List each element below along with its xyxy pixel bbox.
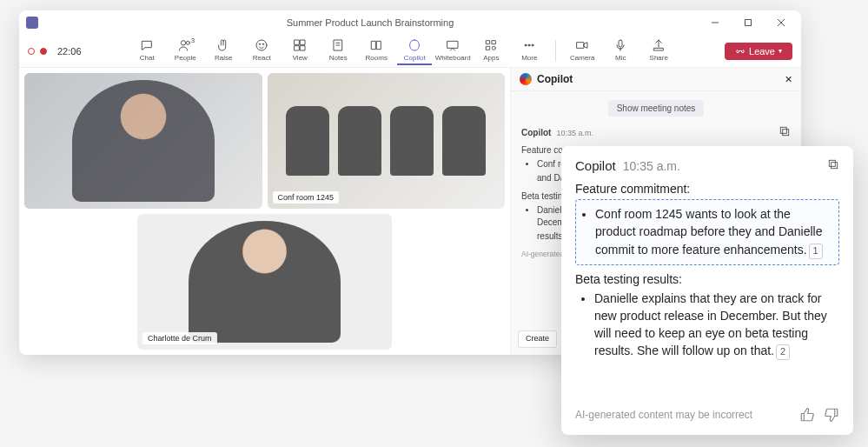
whiteboard-button[interactable]: Whiteboard [435, 37, 470, 65]
copilot-message-popup: Copilot 10:35 a.m. Feature commitment: C… [561, 146, 853, 435]
recording-timer: 22:06 [57, 46, 82, 57]
svg-rect-23 [487, 46, 490, 50]
apps-icon [484, 38, 498, 52]
copilot-icon [407, 38, 421, 52]
svg-point-4 [182, 41, 186, 45]
svg-point-26 [528, 44, 530, 46]
svg-rect-31 [780, 127, 786, 133]
more-button[interactable]: More [512, 37, 547, 65]
video-grid: Conf room 1245 Charlotte de Crum [19, 68, 510, 355]
chevron-down-icon: ▾ [779, 47, 782, 55]
video-tile-participant[interactable] [24, 73, 262, 209]
meeting-toolbar: 22:06 Chat 3 People Raise React View [19, 35, 801, 68]
minimize-button[interactable] [702, 13, 728, 32]
svg-point-7 [260, 43, 261, 44]
svg-rect-9 [295, 40, 299, 44]
chat-icon [140, 38, 154, 52]
message-time: 10:35 a.m. [623, 159, 680, 173]
copy-icon[interactable] [827, 158, 839, 173]
notes-button[interactable]: Notes [321, 37, 355, 65]
close-button[interactable] [768, 13, 794, 32]
svg-rect-21 [487, 41, 490, 44]
chat-button[interactable]: Chat [129, 37, 164, 65]
raise-hand-icon [216, 38, 230, 52]
svg-rect-1 [745, 20, 752, 26]
mic-button[interactable]: Mic [603, 37, 638, 65]
svg-rect-18 [447, 41, 458, 48]
tile-label: Charlotte de Crum [142, 332, 217, 344]
svg-rect-16 [372, 41, 376, 49]
svg-rect-30 [783, 130, 789, 136]
video-tile-room[interactable]: Conf room 1245 [268, 73, 506, 209]
group-placeholder [286, 106, 486, 176]
leave-button[interactable]: Leave ▾ [725, 43, 792, 60]
svg-rect-11 [295, 46, 299, 50]
highlighted-list: Conf room 1245 wants to look at the prod… [575, 199, 839, 265]
copilot-header: Copilot ✕ [511, 68, 801, 91]
more-icon [522, 38, 536, 52]
svg-point-5 [187, 41, 190, 44]
notes-icon [331, 38, 345, 52]
copilot-button[interactable]: Copilot [397, 37, 432, 65]
share-button[interactable]: Share [641, 37, 676, 65]
show-meeting-notes-button[interactable]: Show meeting notes [608, 100, 705, 117]
titlebar: Summer Product Launch Brainstorming [19, 10, 801, 35]
video-tile-participant-2[interactable]: Charlotte de Crum [137, 214, 392, 350]
person-placeholder [189, 221, 341, 343]
create-button[interactable]: Create [518, 330, 557, 348]
react-icon [255, 38, 268, 52]
window-title: Summer Product Launch Brainstorming [45, 17, 695, 28]
svg-point-25 [525, 44, 527, 46]
ref-badge[interactable]: 1 [809, 244, 823, 259]
svg-point-24 [493, 46, 496, 50]
svg-point-6 [256, 40, 267, 50]
record-dot-icon [40, 48, 47, 55]
people-icon: 3 [178, 38, 192, 52]
ref-badge[interactable]: 2 [776, 344, 790, 360]
leave-label: Leave [749, 46, 775, 57]
copilot-logo-icon [520, 73, 532, 85]
svg-rect-17 [377, 41, 381, 49]
people-button[interactable]: 3 People [168, 37, 202, 65]
person-placeholder [72, 80, 215, 202]
view-button[interactable]: View [282, 37, 317, 65]
close-icon[interactable]: ✕ [785, 74, 792, 85]
teams-app-icon [26, 17, 38, 29]
apps-button[interactable]: Apps [474, 37, 508, 65]
list: Danielle explains that they are on track… [575, 290, 839, 361]
raise-button[interactable]: Raise [206, 37, 241, 65]
view-icon [293, 38, 307, 52]
message-time: 10:35 a.m. [556, 128, 593, 139]
svg-point-27 [532, 44, 533, 46]
list-item: Danielle explains that they are on track… [594, 291, 827, 358]
rooms-button[interactable]: Rooms [359, 37, 394, 65]
whiteboard-icon [446, 38, 460, 52]
thumbs-up-icon[interactable] [799, 407, 815, 423]
section-title: Beta testing results: [575, 272, 839, 286]
maximize-button[interactable] [735, 13, 761, 32]
message-author: Copilot [521, 127, 551, 139]
ai-disclaimer: AI-generated content may be incorrect [575, 409, 752, 421]
record-outline-icon [28, 48, 35, 55]
svg-point-8 [263, 43, 264, 44]
recording-indicator: 22:06 [28, 46, 82, 57]
copy-icon[interactable] [779, 125, 791, 141]
list-item: Conf room 1245 wants to look at the prod… [595, 207, 823, 257]
section-title: Feature commitment: [575, 182, 839, 196]
react-button[interactable]: React [244, 37, 279, 65]
rooms-icon [369, 38, 383, 52]
svg-rect-10 [301, 40, 305, 44]
message-author: Copilot [575, 158, 616, 173]
mic-icon [613, 38, 627, 52]
svg-rect-28 [619, 40, 622, 47]
svg-rect-22 [493, 41, 496, 44]
thumbs-down-icon[interactable] [824, 407, 839, 423]
svg-rect-33 [829, 160, 835, 166]
svg-rect-12 [301, 46, 305, 50]
camera-button[interactable]: Camera [565, 37, 600, 65]
camera-icon [575, 38, 589, 52]
share-icon [652, 38, 666, 52]
tile-label: Conf room 1245 [273, 191, 340, 203]
svg-rect-32 [832, 163, 838, 169]
copilot-title: Copilot [537, 73, 779, 85]
